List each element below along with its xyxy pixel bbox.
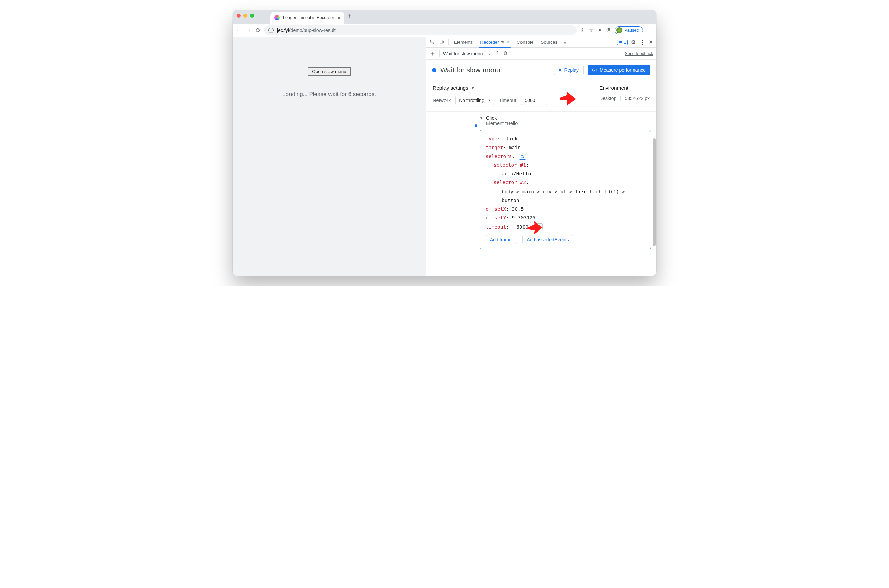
recording-dot-icon [432,68,436,72]
browser-tab[interactable]: Longer timeout in Recorder × [270,12,344,24]
tab-recorder[interactable]: Recorder ⚗ × [477,37,513,48]
profile-chip[interactable]: Paused [615,26,643,34]
new-tab-button[interactable]: + [347,12,352,20]
forward-button: → [245,27,251,34]
pick-selector-icon[interactable] [519,153,526,160]
tab-elements[interactable]: Elements [451,37,476,48]
replay-settings-title[interactable]: Replay settings ▼ [433,85,591,91]
avatar [616,27,622,33]
chevron-down-icon: ▼ [471,86,475,90]
network-label: Network [433,98,451,103]
step-details: type: click target: main selectors: sele… [480,130,651,249]
browser-window: Longer timeout in Recorder × + ← → ⟳ i j… [233,10,656,276]
selector-2-value: body > main > div > ul > li:nth-child(1)… [486,187,645,205]
rendered-page: Open slow menu Loading... Please wait fo… [233,37,426,276]
site-info-icon[interactable]: i [268,27,274,33]
devtools: Elements Recorder ⚗ × Console Sources » … [426,37,656,276]
add-frame-button[interactable]: Add frame [486,235,516,244]
add-asserted-events-button[interactable]: Add assertedEvents [522,235,573,244]
toolbar-right: ⇪ ☆ ✦ ⚗ Paused ⋮ [580,26,653,34]
url-text: jec.fyi/demo/pup-slow-result [277,27,335,33]
recording-title: Wait for slow menu [441,66,550,74]
loading-text: Loading... Please wait for 6 seconds. [283,91,376,98]
tab-title: Longer timeout in Recorder [283,15,334,20]
close-tab-icon[interactable]: × [337,15,340,21]
play-icon [559,68,561,72]
more-tabs-icon[interactable]: » [561,40,568,45]
settings-icon[interactable]: ⚙ [631,39,636,45]
replay-settings: Replay settings ▼ Network No throttling … [426,80,656,111]
delete-icon[interactable] [503,51,508,57]
devtools-tabstrip: Elements Recorder ⚗ × Console Sources » … [426,37,656,48]
close-window[interactable] [237,14,241,18]
address-bar[interactable]: i jec.fyi/demo/pup-slow-result [264,25,577,35]
timeline-rail [476,111,477,276]
recording-selector[interactable]: Wait for slow menu ⌄ [443,51,491,57]
steps-list: ▼ Click Element "Hello" ⋮ type: click ta… [426,111,656,276]
minimize-window[interactable] [244,14,247,18]
recording-header: Wait for slow menu Replay Measure perfor… [426,60,656,80]
toolbar: ← → ⟳ i jec.fyi/demo/pup-slow-result ⇪ ☆… [233,24,656,37]
recorder-toolbar: ＋ Wait for slow menu ⌄ Send feedback [426,48,656,60]
open-slow-menu-button[interactable]: Open slow menu [308,67,350,76]
experiment-icon: ⚗ [501,40,504,45]
step-subtitle: Element "Hello" [486,121,520,126]
titlebar: Longer timeout in Recorder × + [233,10,656,24]
step-title: Click [486,115,520,121]
delete-timeout-icon[interactable] [536,224,543,230]
chrome-menu-icon[interactable]: ⋮ [647,27,653,34]
send-feedback-link[interactable]: Send feedback [625,51,653,56]
labs-icon[interactable]: ⚗ [606,27,611,33]
chevron-down-icon: ⌄ [488,51,491,56]
gauge-icon [593,68,597,72]
favicon [274,15,280,21]
env-size: 535×622 px [620,96,650,101]
replay-button[interactable]: Replay [554,64,584,75]
reload-button[interactable]: ⟳ [255,27,261,34]
tab-console[interactable]: Console [513,37,537,48]
measure-performance-button[interactable]: Measure performance [588,64,650,75]
devtools-menu-icon[interactable]: ⋮ [639,39,645,46]
share-icon[interactable]: ⇪ [580,27,584,33]
timeout-label: Timeout [499,98,516,103]
extensions-icon[interactable]: ✦ [597,27,602,33]
selector-1-value: aria/Hello [486,170,645,178]
env-device: Desktop [599,96,616,101]
close-devtools-icon[interactable]: ✕ [648,39,653,45]
add-recording-button[interactable]: ＋ [429,49,436,58]
step-timeout-input[interactable] [515,222,531,232]
device-toggle-icon[interactable] [438,39,446,45]
traffic-lights [237,14,254,18]
maximize-window[interactable] [250,14,254,18]
scrollbar-thumb[interactable] [653,138,656,246]
chevron-down-icon: ▼ [480,116,483,120]
issues-button[interactable]: 1 [617,40,628,45]
timeout-input[interactable] [521,96,548,105]
network-select[interactable]: No throttling [455,96,494,105]
step-menu-icon[interactable]: ⋮ [645,115,651,122]
tab-sources[interactable]: Sources [538,37,561,48]
inspect-icon[interactable] [428,39,437,45]
export-icon[interactable] [495,51,499,57]
step-header[interactable]: ▼ Click Element "Hello" ⋮ [480,115,651,126]
content: Open slow menu Loading... Please wait fo… [233,37,656,276]
bookmark-icon[interactable]: ☆ [588,27,593,34]
environment-panel: Environment Desktop 535×622 px [591,85,650,105]
environment-title: Environment [599,85,650,91]
back-button[interactable]: ← [236,27,242,34]
close-panel-icon[interactable]: × [507,40,509,45]
profile-label: Paused [624,27,639,33]
